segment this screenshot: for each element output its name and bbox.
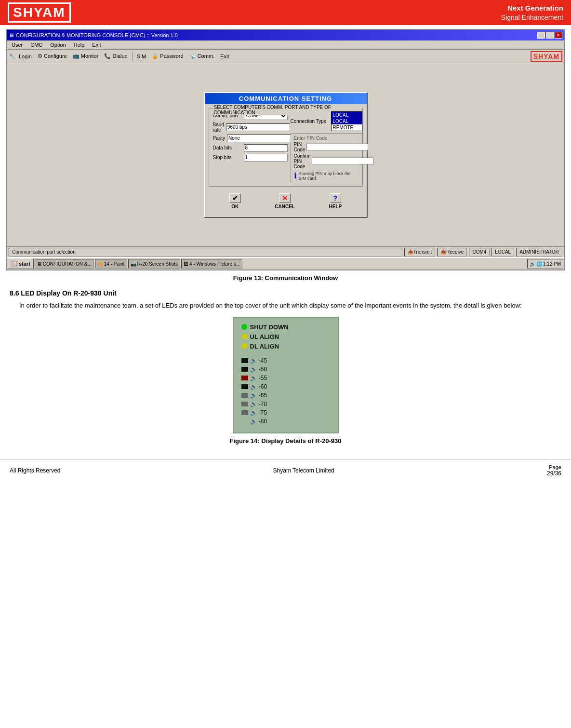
baud-rate-input[interactable] <box>226 123 290 131</box>
config-icon: 🖥 <box>37 261 42 267</box>
toolbar-icon: 🔧 <box>9 53 15 59</box>
led-70-label: 🔊 -70 <box>250 401 267 407</box>
option-remote[interactable]: REMOTE <box>332 124 362 131</box>
dialog-body: SELECT COMPUTER'S COMM. PORT AND TYPE OF… <box>205 104 367 217</box>
led-sq-70 <box>241 402 248 406</box>
window-title: CONFIGURATION & MONITORING CONSOLE (CMC)… <box>16 32 178 38</box>
start-label: start <box>19 261 30 267</box>
menu-user[interactable]: User <box>10 41 25 48</box>
toolbar-sep1 <box>132 52 133 61</box>
toolbar-dialup[interactable]: 📞 Dialup <box>102 52 130 60</box>
menu-option[interactable]: Option <box>48 41 67 48</box>
led-sq-55 <box>241 376 248 380</box>
close-button[interactable]: ✕ <box>555 32 562 39</box>
footer-center: Shyam Telecom Limited <box>273 467 334 474</box>
clock-time: 1:12 PM <box>543 261 561 267</box>
baud-rate-label: Baud rate <box>213 122 224 133</box>
parity-input[interactable] <box>227 135 291 142</box>
data-bits-input[interactable] <box>244 144 288 152</box>
led-dlalign-label: DL ALIGN <box>250 343 279 350</box>
taskbar: 🪟 start 🖥 CONFIGURATION &... 🎨 14 - Pain… <box>7 257 564 270</box>
pin-code-input[interactable] <box>306 144 368 150</box>
section86-para: In order to facilitate the maintenance t… <box>19 301 552 311</box>
toolbar-shyam-logo: SHYAM <box>531 51 562 62</box>
dialog-buttons: ✔ OK ✕ CANCEL ? HELP <box>209 189 363 213</box>
receive-icon: 📥 <box>440 249 446 255</box>
led-80-row: 🔊 -80 <box>241 418 330 425</box>
toolbar-monitor[interactable]: 📺 Monitor <box>70 52 101 60</box>
window-titlebar: 🖥 CONFIGURATION & MONITORING CONSOLE (CM… <box>7 30 564 40</box>
stop-bits-row: Stop bits <box>213 154 288 162</box>
led-75-label: 🔊 -75 <box>250 409 267 416</box>
transmit-icon: 📤 <box>408 249 413 255</box>
dialog-left-col: Comm. port COM4 Baud rate Parity <box>213 111 288 183</box>
window-controls[interactable]: _ □ ✕ <box>537 32 562 39</box>
minimize-button[interactable]: _ <box>537 32 545 39</box>
led-box: SHUT DOWN UL ALIGN DL ALIGN 🔊 -45 🔊 -50 … <box>233 317 339 433</box>
toolbar-exit[interactable]: Exit <box>218 53 231 60</box>
cancel-button[interactable]: ✕ CANCEL <box>271 192 299 210</box>
tagline-line2: Signal Enhancement <box>501 13 563 22</box>
data-bits-row: Data bits <box>213 144 288 152</box>
menu-exit[interactable]: Exit <box>90 41 103 48</box>
confirm-pin-label: Confirm PIN Code <box>294 153 311 169</box>
config-label: CONFIGURATION &... <box>43 261 92 267</box>
status-port: COM4 <box>469 248 490 256</box>
menu-help[interactable]: Help <box>72 41 87 48</box>
led-65-label: 🔊 -65 <box>250 392 267 399</box>
conn-type-dropdown[interactable]: LOCAL LOCAL REMOTE <box>331 111 362 131</box>
toolbar-comm[interactable]: 📡 Comm. <box>187 52 217 60</box>
led-sq-45 <box>241 358 248 363</box>
led-45-label: 🔊 -45 <box>250 357 267 364</box>
paint-icon: 🎨 <box>97 261 103 267</box>
ok-button[interactable]: ✔ OK <box>226 192 245 210</box>
start-button[interactable]: 🪟 start <box>8 258 34 269</box>
page-header: SHYAM Next Generation Signal Enhancement <box>0 0 571 25</box>
taskbar-clock: 🔊 🌐 1:12 PM <box>527 259 563 269</box>
confirm-pin-input[interactable] <box>312 158 374 164</box>
led-80-label: 🔊 -80 <box>250 418 267 425</box>
option-local-hl[interactable]: LOCAL <box>332 118 362 124</box>
header-tagline: Next Generation Signal Enhancement <box>501 3 563 22</box>
option-local[interactable]: LOCAL <box>332 112 362 118</box>
led-60-row: 🔊 -60 <box>241 383 330 390</box>
dialog-right-col: Connection Type LOCAL LOCAL REMOTE <box>288 111 362 183</box>
led-dot-shutdown <box>241 324 247 330</box>
taskbar-item-screens[interactable]: 📷 R-20 Screen Shots <box>128 259 181 269</box>
taskbar-item-pictures[interactable]: 🖼 4 - Windows Picture s... <box>181 259 242 269</box>
pin-code-label: PIN Code <box>294 142 305 152</box>
status-transmit: 📤 Transmit <box>404 248 436 256</box>
pin-section: Enter PIN Code PIN Code Confirm PIN Code <box>291 133 362 183</box>
parity-label: Parity <box>213 135 226 141</box>
toolbar-password[interactable]: 🔒 Password <box>149 52 186 60</box>
data-bits-label: Data bits <box>213 145 242 150</box>
toolbar-sim[interactable]: SIM <box>134 53 149 60</box>
conn-type-list[interactable]: LOCAL LOCAL REMOTE <box>331 111 362 131</box>
restore-button[interactable]: □ <box>546 32 554 39</box>
menu-cmc[interactable]: CMC <box>28 41 44 48</box>
screens-icon: 📷 <box>131 261 136 267</box>
help-icon: ? <box>330 193 341 203</box>
tagline-line1: Next Generation <box>501 3 563 13</box>
transmit-label: Transmit <box>413 249 432 255</box>
pin-code-row: PIN Code <box>294 142 359 152</box>
help-button[interactable]: ? HELP <box>325 192 346 210</box>
cancel-icon: ✕ <box>279 193 291 203</box>
led-sq-75 <box>241 410 248 415</box>
toolbar-login[interactable]: Login <box>16 53 34 60</box>
stop-bits-input[interactable] <box>244 154 288 162</box>
led-55-label: 🔊 -55 <box>250 375 267 381</box>
dialog-title: COMMUNICATION SETTING <box>205 93 367 104</box>
led-75-row: 🔊 -75 <box>241 409 330 416</box>
status-bar: Communication port selection 📤 Transmit … <box>7 246 564 257</box>
taskbar-item-paint[interactable]: 🎨 14 - Paint <box>95 259 127 269</box>
taskbar-item-config[interactable]: 🖥 CONFIGURATION &... <box>35 259 94 269</box>
toolbar-configure[interactable]: ⚙ Configure <box>35 52 69 60</box>
app-screenshot: 🖥 CONFIGURATION & MONITORING CONSOLE (CM… <box>6 29 565 270</box>
confirm-pin-row: Confirm PIN Code <box>294 153 359 169</box>
help-label: HELP <box>329 204 342 209</box>
baud-rate-row: Baud rate <box>213 122 288 133</box>
led-70-row: 🔊 -70 <box>241 401 330 407</box>
led-ulalign-label: UL ALIGN <box>250 333 279 340</box>
shyam-logo: SHYAM <box>8 2 71 23</box>
